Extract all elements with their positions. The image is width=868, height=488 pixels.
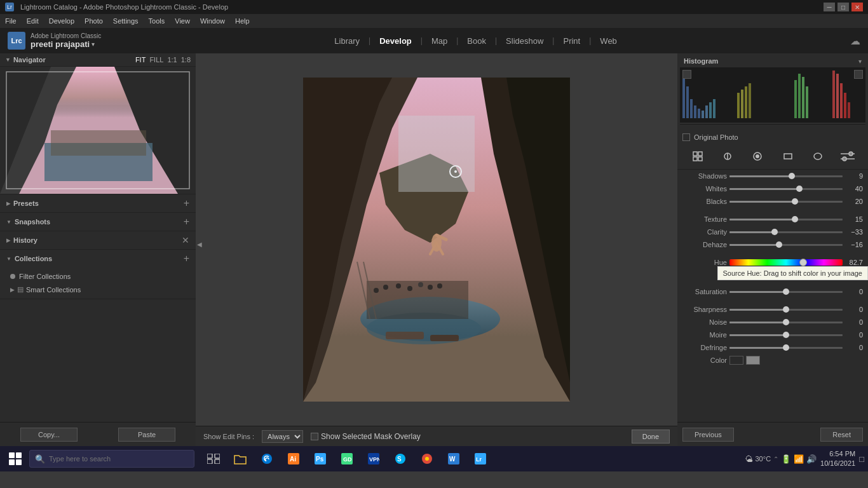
sharpness-slider[interactable] xyxy=(729,305,843,314)
collections-title: ▼ Collections xyxy=(6,255,52,262)
navigator-header[interactable]: ▼ Navigator FIT FILL 1:1 1:8 xyxy=(0,53,196,67)
show-mask-checkbox[interactable] xyxy=(311,433,318,440)
history-header[interactable]: ▶ History ✕ xyxy=(0,231,196,249)
shadows-slider[interactable] xyxy=(729,172,843,180)
paste-button[interactable]: Paste xyxy=(118,428,175,442)
previous-button[interactable]: Previous xyxy=(682,428,734,442)
nav-print[interactable]: Print xyxy=(557,34,587,48)
navigator-preview[interactable] xyxy=(0,67,196,194)
moire-slider[interactable] xyxy=(729,330,843,339)
dropdown-arrow[interactable]: ▾ xyxy=(92,41,95,48)
nav-library[interactable]: Library xyxy=(328,34,366,48)
zoom-fit[interactable]: FIT xyxy=(135,56,146,64)
zoom-controls: FIT FILL 1:1 1:8 xyxy=(135,56,191,64)
taskbar-search[interactable]: 🔍 xyxy=(29,450,194,468)
start-button[interactable] xyxy=(4,447,27,470)
nav-web[interactable]: Web xyxy=(593,34,623,48)
menu-file[interactable]: File xyxy=(5,17,17,25)
dehaze-slider[interactable] xyxy=(729,240,843,249)
always-dropdown[interactable]: Always xyxy=(262,430,303,443)
clarity-label: Clarity xyxy=(682,228,727,236)
color-swatch-dark[interactable] xyxy=(729,356,743,365)
search-input[interactable] xyxy=(49,455,189,463)
menu-edit[interactable]: Edit xyxy=(27,17,39,25)
dot-tool-icon[interactable] xyxy=(749,147,766,165)
history-section: ▶ History ✕ xyxy=(0,231,196,250)
saturation-slider[interactable] xyxy=(729,287,843,296)
zoom-fill[interactable]: FILL xyxy=(149,56,163,64)
menu-help[interactable]: Help xyxy=(235,17,250,25)
grid-tool-icon[interactable] xyxy=(689,147,707,165)
hue-slider[interactable] xyxy=(729,258,843,267)
speaker-icon[interactable]: 🔊 xyxy=(806,454,817,464)
texture-slider[interactable] xyxy=(729,215,843,224)
zoom-1-1[interactable]: 1:1 xyxy=(167,56,177,64)
whites-slider[interactable] xyxy=(729,184,843,193)
notification-icon[interactable]: □ xyxy=(859,454,864,464)
noise-row: Noise 0 xyxy=(677,316,868,329)
clarity-slider[interactable] xyxy=(729,227,843,236)
lightroom-button[interactable]: Lr xyxy=(469,447,492,470)
task-view-button[interactable] xyxy=(202,447,225,470)
menu-develop[interactable]: Develop xyxy=(49,17,74,25)
blacks-slider[interactable] xyxy=(729,197,843,206)
circle-tool-icon[interactable] xyxy=(719,147,736,165)
reset-button[interactable]: Reset xyxy=(820,428,863,442)
photo-container[interactable] xyxy=(196,53,677,426)
edge-button[interactable] xyxy=(255,447,278,470)
original-photo-checkbox[interactable] xyxy=(682,133,690,141)
photoshop-button[interactable]: Ps xyxy=(309,447,332,470)
collections-header[interactable]: ▼ Collections + xyxy=(0,250,196,268)
browser-button[interactable] xyxy=(416,447,438,470)
svg-rect-53 xyxy=(848,102,850,118)
nav-book[interactable]: Book xyxy=(461,34,492,48)
chevron-up-icon[interactable]: ⌃ xyxy=(773,456,778,463)
color-swatch-medium[interactable] xyxy=(746,356,760,365)
histogram-expand-icon[interactable]: ▾ xyxy=(858,58,862,65)
noise-slider[interactable] xyxy=(729,318,843,327)
menu-window[interactable]: Window xyxy=(200,17,225,25)
copy-button[interactable]: Copy... xyxy=(20,428,78,442)
menu-tools[interactable]: Tools xyxy=(149,17,165,25)
clock-display[interactable]: 6:54 PM 10/16/2021 xyxy=(820,449,855,469)
system-tray: 🌤 30°C ⌃ 🔋 📶 🔊 6:54 PM 10/16/2021 □ xyxy=(745,449,865,469)
history-close-button[interactable]: ✕ xyxy=(182,235,189,245)
nav-slideshow[interactable]: Slideshow xyxy=(499,34,550,48)
svg-text:Ps: Ps xyxy=(316,456,324,463)
show-mask-wrap[interactable]: Show Selected Mask Overlay xyxy=(311,432,421,441)
nav-develop[interactable]: Develop xyxy=(373,34,418,48)
presets-header[interactable]: ▶ Presets + xyxy=(0,194,196,212)
left-panel-toggle[interactable]: ◀ xyxy=(196,231,203,257)
cloud-icon[interactable]: ☁ xyxy=(850,35,860,47)
menu-photo[interactable]: Photo xyxy=(85,17,103,25)
maximize-button[interactable]: □ xyxy=(837,3,849,11)
menu-settings[interactable]: Settings xyxy=(113,17,139,25)
rect-tool-icon[interactable] xyxy=(779,147,797,165)
svg-rect-57 xyxy=(749,83,751,118)
filter-collections-item[interactable]: Filter Collections xyxy=(0,270,196,283)
sliders-tool-icon[interactable] xyxy=(839,147,857,165)
color-swatches xyxy=(729,356,863,365)
vpn-button[interactable]: VPN xyxy=(362,447,385,470)
illustrator-button[interactable]: Ai xyxy=(282,447,305,470)
zoom-1-8[interactable]: 1:8 xyxy=(181,56,191,64)
skype-button[interactable]: S xyxy=(389,447,412,470)
collections-add-button[interactable]: + xyxy=(184,254,189,264)
whites-label: Whites xyxy=(682,185,727,193)
menu-view[interactable]: View xyxy=(175,17,190,25)
smart-collections-item[interactable]: ▶ ▤ Smart Collections xyxy=(0,283,196,296)
presets-add-button[interactable]: + xyxy=(184,198,189,208)
done-button[interactable]: Done xyxy=(632,430,670,444)
word-button[interactable]: W xyxy=(442,447,465,470)
round-tool-icon[interactable] xyxy=(809,147,827,165)
filter-dot-icon xyxy=(10,274,15,279)
tool5-button[interactable]: GD xyxy=(336,447,358,470)
nav-map[interactable]: Map xyxy=(425,34,454,48)
svg-point-72 xyxy=(843,157,846,161)
defringe-slider[interactable] xyxy=(729,343,843,352)
file-explorer-button[interactable] xyxy=(229,447,252,470)
close-button[interactable]: ✕ xyxy=(851,3,863,11)
snapshots-header[interactable]: ▼ Snapshots + xyxy=(0,213,196,231)
snapshots-add-button[interactable]: + xyxy=(184,217,189,227)
minimize-button[interactable]: ─ xyxy=(824,3,835,11)
